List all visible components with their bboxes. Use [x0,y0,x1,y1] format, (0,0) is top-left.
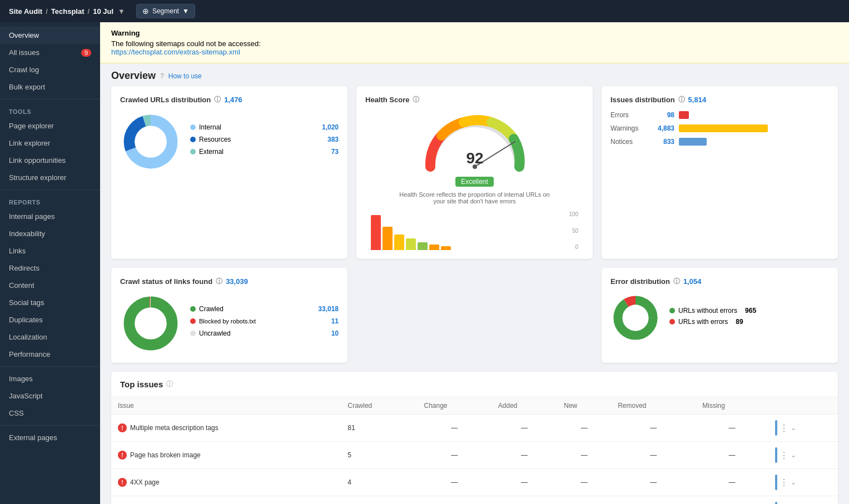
breadcrumb-techsplat[interactable]: Techsplat [51,7,85,16]
error-dist-info-icon[interactable]: ⓘ [673,277,680,286]
sidebar-item-localization[interactable]: Localization [0,328,100,346]
new-cell: — [557,496,611,505]
sidebar-item-internal-pages[interactable]: Internal pages [0,208,100,225]
health-score-title: Health Score ⓘ [365,95,584,104]
health-score-content: 92 Excellent Health Score reflects the p… [365,111,584,250]
sidebar-item-structure-explorer[interactable]: Structure explorer [0,169,100,186]
crawled-urls-info-icon[interactable]: ⓘ [214,95,221,104]
sidebar-item-indexability[interactable]: Indexability [0,225,100,242]
error-distribution-legend: URLs without errors 965 URLs with errors… [669,307,756,329]
sidebar-item-label: Overview [9,31,39,39]
segment-dropdown[interactable]: ⊕ Segment ▼ [136,4,195,18]
crawled-urls-donut [120,111,181,172]
sidebar-item-label: Duplicates [9,316,43,324]
sidebar-item-javascript[interactable]: JavaScript [0,387,100,405]
sidebar-item-label: Content [9,281,34,290]
col-missing: Missing [696,397,768,415]
expand-row-button[interactable]: ⌄ [791,424,796,432]
removed-cell: — [611,469,696,496]
sidebar-item-links[interactable]: Links [0,242,100,260]
overview-info-icon[interactable]: ? [160,72,164,80]
sidebar-item-label: Page explorer [9,122,54,130]
health-score-card: Health Score ⓘ [356,86,593,259]
error-distribution-title: Error distribution ⓘ 1,054 [610,277,829,286]
sidebar-item-css[interactable]: CSS [0,405,100,422]
top-issues-info-icon[interactable]: ⓘ [166,380,173,389]
sidebar-item-label: Indexability [9,229,45,238]
change-cell: — [418,469,491,496]
sidebar-item-label: Redirects [9,264,39,272]
row-menu-button[interactable]: ⋮ [780,477,788,488]
error-distribution-donut [610,293,661,343]
crawl-status-title: Crawl status of links found ⓘ 33,039 [120,277,339,286]
sidebar-item-page-explorer[interactable]: Page explorer [0,117,100,134]
score-badge: Excellent [455,177,494,187]
table-row[interactable]: ! Page has broken image 5 — — — — — ⋮ ⌄ [111,442,838,469]
issues-dist-info-icon[interactable]: ⓘ [678,95,685,104]
crawl-status-info-icon[interactable]: ⓘ [216,277,222,286]
top-issues-title: Top issues [120,380,163,389]
table-row[interactable]: ! Image broken 4 — — — — — ⋮ ⌄ [111,496,838,505]
missing-cell: — [696,496,768,505]
sidebar: Overview All issues 9 Crawl log Bulk exp… [0,22,100,504]
sidebar-item-redirects[interactable]: Redirects [0,260,100,277]
warning-link[interactable]: https://techsplat.com/extras-sitemap.xml [111,48,240,56]
warning-banner: Warning The following sitemaps could not… [100,22,849,63]
crawled-urls-chart: Internal 1,020 Resources 383 External 73 [120,111,339,172]
breadcrumb-site-audit[interactable]: Site Audit [9,7,42,16]
sidebar-item-link-explorer[interactable]: Link explorer [0,134,100,152]
issues-distribution-card: Issues distribution ⓘ 5,814 Errors 98 Wa… [602,86,838,259]
table-row[interactable]: ! Multiple meta description tags 81 — — … [111,415,838,442]
new-cell: — [557,415,611,442]
sidebar-item-label: All issues [9,48,39,57]
tools-section-header: Tools [0,103,100,117]
sidebar-item-bulk-export[interactable]: Bulk export [0,78,100,96]
sidebar-item-all-issues[interactable]: All issues 9 [0,44,100,61]
chart-bar [429,244,439,250]
col-crawled: Crawled [341,397,417,415]
sidebar-item-overview[interactable]: Overview [0,27,100,44]
how-to-use-link[interactable]: How to use [168,72,202,80]
issue-name-cell: ! 4XX page [111,469,341,496]
top-issues-section: Top issues ⓘ Issue Crawled Change Added … [100,372,849,504]
sidebar-item-label: Structure explorer [9,173,66,182]
missing-cell: — [696,469,768,496]
top-issues-card: Top issues ⓘ Issue Crawled Change Added … [111,372,838,504]
chart-bar [406,238,416,250]
content-area: Warning The following sitemaps could not… [100,22,849,504]
removed-cell: — [611,442,696,469]
sidebar-item-label: Social tags [9,298,44,307]
col-actions [768,397,838,415]
overview-header: Overview ? How to use [100,63,849,86]
crawl-status-chart: Crawled 33,018 Blocked by robots.txt 11 … [120,293,339,354]
expand-row-button[interactable]: ⌄ [791,478,796,486]
sidebar-item-performance[interactable]: Performance [0,346,100,363]
breadcrumb-date[interactable]: 10 Jul [93,7,113,16]
issues-distribution-title: Issues distribution ⓘ 5,814 [610,95,829,104]
row-menu-button[interactable]: ⋮ [780,423,788,433]
svg-point-10 [135,307,166,339]
sidebar-item-images[interactable]: Images [0,370,100,387]
sidebar-item-external-pages[interactable]: External pages [0,429,100,446]
issue-name-cell: ! Multiple meta description tags [111,415,341,442]
sidebar-item-duplicates[interactable]: Duplicates [0,311,100,328]
warning-message: The following sitemaps could not be acce… [111,39,838,48]
table-row[interactable]: ! 4XX page 4 — — — — — ⋮ ⌄ [111,469,838,496]
sidebar-item-content[interactable]: Content [0,277,100,294]
expand-row-button[interactable]: ⌄ [791,451,796,459]
sidebar-item-crawl-log[interactable]: Crawl log [0,61,100,78]
sidebar-item-link-opportunities[interactable]: Link opportunities [0,152,100,169]
sidebar-item-social-tags[interactable]: Social tags [0,294,100,311]
chart-bar [383,227,393,250]
sidebar-item-label: Link explorer [9,139,50,147]
error-icon: ! [118,478,127,487]
sidebar-item-label: Links [9,247,26,255]
error-distribution-card: Error distribution ⓘ 1,054 URLs wit [602,268,838,363]
top-nav: Site Audit / Techsplat / 10 Jul ▼ ⊕ Segm… [0,0,849,22]
svg-text:92: 92 [466,149,483,167]
health-score-info-icon[interactable]: ⓘ [413,95,419,104]
row-menu-button[interactable]: ⋮ [780,450,788,461]
row-actions-cell: ⋮ ⌄ [768,469,838,496]
error-icon: ! [118,451,127,460]
issue-name-label: Page has broken image [130,451,201,459]
